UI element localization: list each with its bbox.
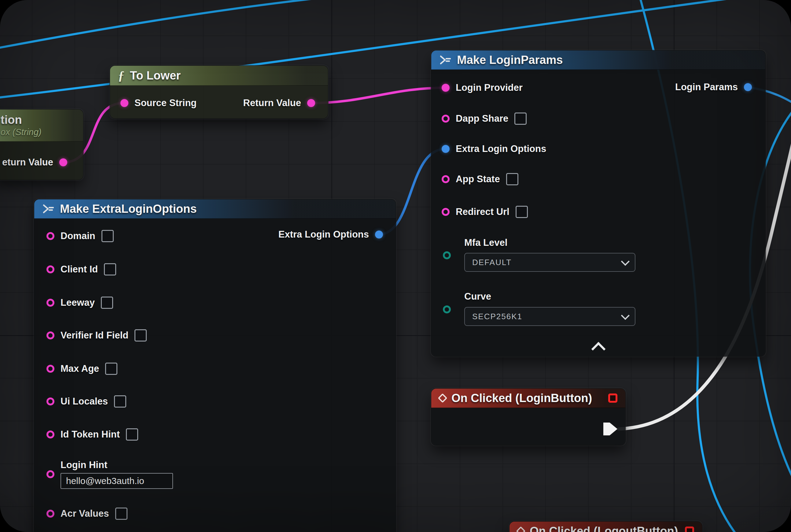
pin-app-state[interactable]	[442, 175, 449, 183]
node-title: On Clicked (LoginButton)	[451, 392, 592, 405]
node-header[interactable]: tion ox (String)	[0, 110, 83, 141]
pin-row-extra-login-options-in: Extra Login Options	[442, 144, 546, 154]
node-partial-function[interactable]: tion ox (String) eturn Value	[0, 110, 83, 180]
pin-login-params-out[interactable]	[744, 83, 752, 91]
pin-label: Return Value	[243, 97, 301, 109]
pin-id-token-hint[interactable]	[46, 431, 54, 438]
node-on-clicked-logout-button[interactable]: On Clicked (LogoutButton)	[509, 521, 702, 532]
pin-source-string[interactable]	[120, 99, 128, 107]
acr-values-checkbox[interactable]	[115, 508, 128, 520]
node-header[interactable]: Make ExtraLoginOptions	[34, 200, 396, 218]
pin-row-leeway: Leeway	[46, 297, 113, 309]
pin-domain[interactable]	[46, 232, 54, 240]
event-diamond-icon	[516, 526, 525, 532]
pin-label: Dapp Share	[456, 113, 508, 124]
pin-acr-values[interactable]	[46, 510, 54, 518]
blueprint-graph-canvas[interactable]: tion ox (String) eturn Value ƒ To Lower …	[0, 0, 791, 532]
chevron-down-icon	[621, 311, 630, 320]
event-diamond-icon	[438, 393, 447, 403]
node-header[interactable]: Make LoginParams	[431, 51, 765, 70]
pin-label: Client Id	[60, 264, 98, 275]
pin-verifier-id-field[interactable]	[46, 331, 54, 339]
pin-client-id[interactable]	[46, 265, 54, 273]
node-title: To Lower	[130, 69, 181, 82]
pin-row-acr-values: Acr Values	[46, 508, 128, 520]
id-token-hint-checkbox[interactable]	[126, 429, 138, 441]
pin-leeway[interactable]	[46, 299, 54, 307]
login-hint-input[interactable]	[60, 473, 173, 489]
pin-label: Login Hint	[60, 459, 173, 471]
pin-max-age[interactable]	[46, 365, 54, 373]
collapse-chevron-up-icon[interactable]	[591, 342, 605, 356]
mfa-level-dropdown[interactable]: DEFAULT	[464, 253, 635, 272]
pin-row-return-value: Return Value	[243, 97, 315, 109]
pin-extra-login-options-in[interactable]	[442, 145, 449, 153]
mfa-level-value: DEFAULT	[472, 258, 512, 267]
client-id-checkbox[interactable]	[104, 263, 116, 276]
chevron-down-icon	[621, 257, 630, 266]
delegate-pin[interactable]	[608, 394, 617, 403]
pin-login-provider[interactable]	[442, 84, 449, 92]
pin-label: Domain	[60, 230, 95, 242]
pin-curve[interactable]	[443, 305, 451, 314]
curve-dropdown[interactable]: SECP256K1	[464, 307, 635, 326]
pin-dapp-share[interactable]	[442, 115, 449, 122]
pin-label: Max Age	[60, 363, 99, 374]
pin-label: Source String	[134, 97, 196, 109]
make-struct-icon	[42, 204, 54, 214]
pin-return-value[interactable]	[307, 99, 315, 107]
node-make-login-params[interactable]: Make LoginParams Login Params Login Prov…	[431, 51, 765, 356]
pin-row-redirect-url: Redirect Url	[442, 206, 528, 218]
pin-label: Verifier Id Field	[60, 330, 128, 341]
make-struct-icon	[439, 55, 451, 65]
redirect-url-checkbox[interactable]	[516, 206, 528, 218]
node-header[interactable]: On Clicked (LogoutButton)	[509, 521, 702, 532]
pin-label: Id Token Hint	[60, 429, 120, 440]
pin-redirect-url[interactable]	[442, 208, 449, 216]
pin-label: Extra Login Options	[278, 229, 369, 240]
curve-label: Curve	[464, 291, 491, 302]
pin-row-return-value: eturn Value	[2, 157, 67, 168]
pin-row-source-string: Source String	[120, 97, 196, 109]
delegate-pin[interactable]	[685, 527, 694, 532]
pin-row-dapp-share: Dapp Share	[442, 113, 527, 125]
exec-out-pin[interactable]	[603, 422, 617, 435]
pin-return-value[interactable]	[59, 158, 67, 166]
app-state-checkbox[interactable]	[506, 173, 518, 185]
pin-label: Login Provider	[456, 82, 523, 93]
pin-label: Acr Values	[60, 508, 109, 519]
pin-row-verifier-id-field: Verifier Id Field	[46, 329, 147, 342]
node-to-lower[interactable]: ƒ To Lower Source String Return Value	[110, 66, 328, 118]
pin-login-hint[interactable]	[46, 470, 54, 478]
mfa-level-label: Mfa Level	[464, 237, 507, 248]
verifier-id-field-checkbox[interactable]	[134, 329, 147, 342]
pin-label: Extra Login Options	[456, 144, 546, 154]
pin-row-login-params-out: Login Params	[675, 82, 752, 93]
pin-label: Leeway	[60, 297, 95, 308]
node-header[interactable]: On Clicked (LoginButton)	[431, 388, 625, 408]
curve-value: SECP256K1	[472, 312, 522, 321]
mfa-level-label-row: Mfa Level	[464, 237, 507, 248]
pin-mfa-level[interactable]	[443, 251, 451, 259]
node-title: Make ExtraLoginOptions	[60, 203, 197, 215]
wire-string-tolower-to-provider	[310, 88, 446, 103]
node-on-clicked-login-button[interactable]: On Clicked (LoginButton)	[431, 388, 625, 445]
domain-checkbox[interactable]	[101, 230, 114, 242]
pin-extra-login-options-out[interactable]	[375, 230, 383, 239]
ui-locales-checkbox[interactable]	[114, 395, 126, 407]
node-make-extra-login-options[interactable]: Make ExtraLoginOptions Extra Login Optio…	[34, 200, 396, 532]
pin-label: Ui Locales	[60, 396, 108, 407]
pin-row-ui-locales: Ui Locales	[46, 395, 126, 407]
leeway-checkbox[interactable]	[101, 297, 113, 309]
pin-ui-locales[interactable]	[46, 397, 54, 405]
node-title: On Clicked (LogoutButton)	[530, 525, 678, 532]
node-subtitle: ox (String)	[1, 127, 42, 137]
curve-label-row: Curve	[464, 291, 491, 302]
node-header[interactable]: ƒ To Lower	[110, 66, 328, 86]
pin-row-client-id: Client Id	[46, 263, 116, 276]
pin-label: Login Params	[675, 82, 738, 93]
dapp-share-checkbox[interactable]	[515, 113, 527, 125]
pin-row-domain: Domain	[46, 230, 114, 242]
max-age-checkbox[interactable]	[105, 363, 117, 375]
pin-label: Redirect Url	[456, 206, 509, 217]
